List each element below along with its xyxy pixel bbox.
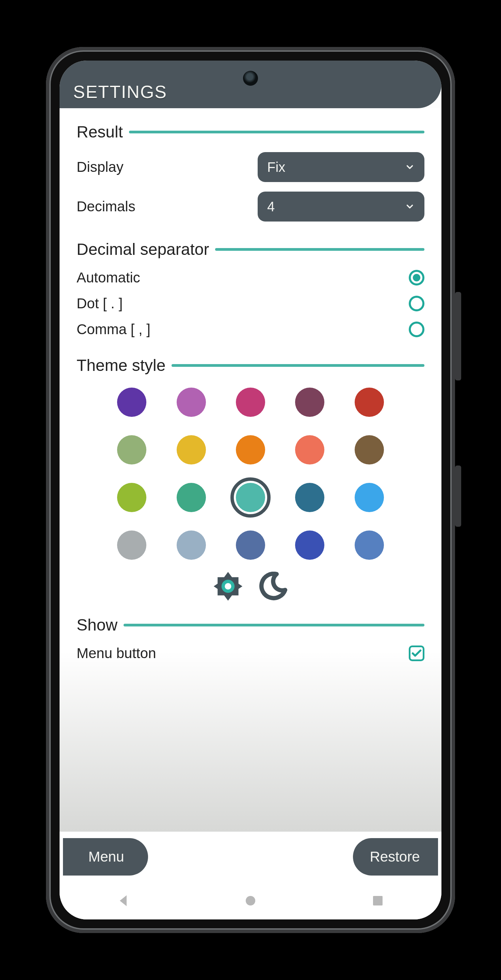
theme-swatch[interactable] xyxy=(236,530,265,560)
check-icon xyxy=(411,648,422,659)
decimals-dropdown[interactable]: 4 xyxy=(258,192,425,221)
row-decimals: Decimals 4 xyxy=(76,187,425,226)
menu-button-label: Menu button xyxy=(76,645,156,662)
divider xyxy=(172,364,425,367)
screen: SETTINGS Result Display Fix xyxy=(60,60,441,920)
theme-swatch[interactable] xyxy=(117,388,146,417)
theme-swatch[interactable] xyxy=(355,483,384,512)
chevron-down-icon xyxy=(405,202,415,212)
nav-recent-icon[interactable] xyxy=(370,892,386,909)
page-title: SETTINGS xyxy=(73,82,167,102)
theme-swatch[interactable] xyxy=(295,530,324,560)
divider xyxy=(129,130,425,134)
menu-button[interactable]: Menu xyxy=(63,838,148,875)
theme-swatch[interactable] xyxy=(177,530,206,560)
dark-mode-button[interactable] xyxy=(257,571,289,602)
svg-rect-4 xyxy=(373,896,383,905)
menu-button-text: Menu xyxy=(88,849,124,865)
divider xyxy=(215,248,425,251)
volume-button xyxy=(455,292,461,380)
section-separator-label: Decimal separator xyxy=(76,240,209,259)
theme-swatch[interactable] xyxy=(236,483,265,512)
theme-swatch[interactable] xyxy=(177,435,206,465)
theme-swatch[interactable] xyxy=(236,435,265,465)
separator-option-label: Automatic xyxy=(76,269,140,286)
divider xyxy=(124,624,425,627)
display-dropdown-value: Fix xyxy=(267,159,285,175)
section-show-label: Show xyxy=(76,616,118,634)
display-dropdown[interactable]: Fix xyxy=(258,152,425,182)
separator-option-label: Comma [ , ] xyxy=(76,321,150,337)
separator-option[interactable]: Comma [ , ] xyxy=(76,317,425,342)
brightness-icon xyxy=(212,571,244,602)
phone-frame: SETTINGS Result Display Fix xyxy=(46,47,455,933)
chevron-down-icon xyxy=(405,162,415,172)
separator-option[interactable]: Dot [ . ] xyxy=(76,291,425,317)
section-result-label: Result xyxy=(76,123,123,141)
theme-swatch-grid xyxy=(76,381,425,563)
theme-swatch[interactable] xyxy=(117,530,146,560)
theme-swatch[interactable] xyxy=(295,435,324,465)
decimals-label: Decimals xyxy=(76,198,135,215)
restore-button-text: Restore xyxy=(370,849,420,865)
row-menu-button[interactable]: Menu button xyxy=(76,640,425,666)
footer: Menu Restore xyxy=(60,832,441,882)
theme-swatch[interactable] xyxy=(355,530,384,560)
theme-swatch[interactable] xyxy=(295,388,324,417)
row-display: Display Fix xyxy=(76,147,425,187)
theme-swatch[interactable] xyxy=(295,483,324,512)
moon-icon xyxy=(258,572,288,601)
menu-button-checkbox[interactable] xyxy=(409,646,425,661)
theme-swatch[interactable] xyxy=(177,388,206,417)
theme-swatch[interactable] xyxy=(117,435,146,465)
section-theme-label: Theme style xyxy=(76,356,165,375)
theme-swatch[interactable] xyxy=(355,435,384,465)
section-result: Result xyxy=(76,123,425,141)
section-separator: Decimal separator xyxy=(76,240,425,259)
theme-swatch[interactable] xyxy=(177,483,206,512)
radio-button[interactable] xyxy=(409,296,425,311)
section-show: Show xyxy=(76,616,425,634)
android-navbar xyxy=(60,882,441,920)
light-mode-button[interactable] xyxy=(212,571,244,602)
section-theme: Theme style xyxy=(76,356,425,375)
theme-swatch[interactable] xyxy=(355,388,384,417)
svg-point-2 xyxy=(225,583,231,589)
separator-option-label: Dot [ . ] xyxy=(76,295,122,312)
radio-button[interactable] xyxy=(409,321,425,337)
power-button xyxy=(455,466,461,527)
theme-swatch[interactable] xyxy=(117,483,146,512)
nav-home-icon[interactable] xyxy=(242,892,259,909)
svg-point-3 xyxy=(246,896,255,905)
decimals-dropdown-value: 4 xyxy=(267,199,275,215)
display-label: Display xyxy=(76,159,124,175)
nav-back-icon[interactable] xyxy=(115,892,131,909)
front-camera xyxy=(243,71,258,86)
theme-mode-row xyxy=(76,571,425,602)
settings-content: Result Display Fix Decimals 4 xyxy=(60,108,441,832)
radio-button[interactable] xyxy=(409,270,425,285)
restore-button[interactable]: Restore xyxy=(353,838,438,875)
radio-dot xyxy=(413,274,420,282)
theme-swatch[interactable] xyxy=(236,388,265,417)
separator-option[interactable]: Automatic xyxy=(76,265,425,291)
